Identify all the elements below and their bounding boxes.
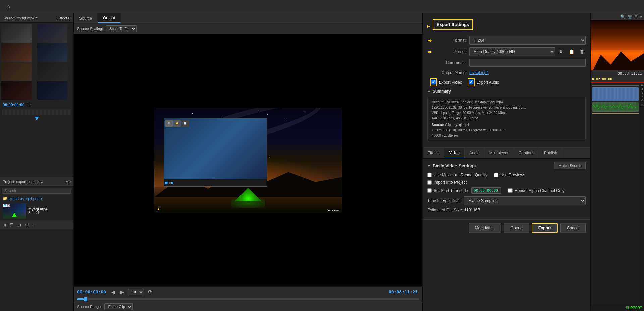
bottom-buttons: Metadata... Queue Export Cancel — [423, 219, 590, 236]
match-source-btn[interactable]: Match Source — [554, 162, 586, 169]
fit-select[interactable]: Fit — [128, 289, 144, 295]
import-into-project-label[interactable]: Import Into Project — [427, 180, 467, 185]
tab-audio[interactable]: Audio — [465, 148, 485, 158]
tab-output[interactable]: Output — [98, 13, 121, 23]
source-summary-row: Source: Clip, mysql.mp4 — [432, 122, 581, 128]
tent — [235, 188, 262, 206]
use-max-quality-text: Use Maximum Render Quality — [434, 173, 487, 177]
project-panel: Project: export as mp4 ≡ Me 📁 export as … — [0, 177, 73, 311]
export-video-highlight — [430, 78, 437, 86]
output-name-link[interactable]: mysql.mp4 — [469, 70, 489, 75]
zoom-tool-btn[interactable]: 🔍 — [620, 14, 625, 19]
progress-thumb[interactable] — [84, 297, 87, 301]
desktop-screen: 🗑 📁 📄 ⊞ — [164, 118, 267, 187]
import-into-project-checkbox[interactable] — [427, 180, 432, 185]
grid-view-btn[interactable]: ⊡ — [16, 222, 22, 228]
timecode-end-display: 00:08:11:21 — [389, 289, 419, 294]
bvs-collapse-icon[interactable]: ▼ — [427, 164, 431, 168]
preset-select[interactable]: High Quality 1080p HD — [469, 47, 555, 56]
stacked-btn[interactable]: ⊞ — [634, 14, 638, 19]
add-item-btn[interactable]: + — [32, 222, 37, 228]
output-detail-3: AAC, 320 kbps, 48 kHz, Stereo — [432, 116, 478, 120]
project-file-item[interactable]: 📁 export as mp4.prproj — [0, 195, 73, 202]
tab-source[interactable]: Source — [74, 13, 98, 23]
far-right-timecode-display: 00:08:11:21 — [618, 71, 642, 76]
tab-multiplexer[interactable]: Multiplexer — [485, 148, 514, 158]
video-track-block[interactable] — [592, 87, 639, 101]
source-range-select[interactable]: Entire Clip — [104, 303, 133, 310]
use-previews-label[interactable]: Use Previews — [494, 173, 525, 177]
clip-item[interactable]: M ■ mysql.mp4 8:11:21 — [0, 202, 73, 220]
export-audio-checkbox-label[interactable]: Export Audio — [468, 78, 499, 86]
render-alpha-label[interactable]: Render Alpha Channel Only — [508, 188, 565, 193]
search-input[interactable] — [2, 188, 71, 194]
export-video-checkbox-label[interactable]: Export Video — [430, 78, 462, 86]
project-panel-header[interactable]: Project: export as mp4 ≡ Me — [0, 177, 73, 186]
source-panel-header[interactable]: Source: mysql.mp4 ≡ Effect C — [0, 13, 73, 23]
timeline-ruler — [592, 85, 639, 86]
format-row: ➡ Format: H.264 — [427, 36, 586, 45]
export-audio-checkbox[interactable] — [469, 80, 473, 84]
media-tab[interactable]: Me — [66, 180, 71, 184]
source-scaling-select[interactable]: Scale To Fit — [106, 25, 137, 32]
far-right-timeline-area: 0 -1 -2 -4 -6 db — [591, 83, 644, 305]
waveform-bar — [2, 109, 71, 115]
use-max-quality-label[interactable]: Use Maximum Render Quality — [427, 173, 487, 177]
export-video-checkbox[interactable] — [431, 80, 436, 84]
time-interpolation-select[interactable]: Frame Sampling — [464, 196, 586, 205]
settings-btn[interactable]: ⚙ — [24, 222, 30, 228]
cancel-btn[interactable]: Cancel — [560, 223, 586, 233]
collapse-arrow[interactable]: ▶ — [427, 24, 433, 28]
metadata-btn[interactable]: Metadata... — [469, 223, 501, 233]
queue-btn[interactable]: Queue — [504, 223, 529, 233]
list-view-btn[interactable]: ☰ — [9, 222, 15, 228]
set-start-timecode-checkbox[interactable] — [427, 188, 432, 193]
progress-fill — [77, 298, 84, 300]
play-btn[interactable]: ▶ — [119, 289, 125, 295]
home-icon[interactable]: ⌂ — [3, 2, 13, 12]
import-preset-btn[interactable]: 📋 — [567, 48, 576, 55]
comments-input[interactable] — [469, 59, 586, 67]
set-start-timecode-label[interactable]: Set Start Timecode — [427, 188, 468, 193]
export-btn[interactable]: Export — [532, 223, 558, 233]
output-detail-2: VBR, 1 pass, Target 20.00 Mbps, Max 24.0… — [432, 111, 506, 115]
start-timecode-input[interactable] — [471, 187, 501, 194]
tab-effects[interactable]: Effects — [423, 148, 444, 158]
source-timecode: 00:00:00:00 — [3, 103, 24, 107]
summary-collapse-icon[interactable]: ▼ — [427, 90, 431, 94]
tab-publish[interactable]: Publish — [539, 148, 562, 158]
effect-tab[interactable]: Effect C — [58, 16, 71, 20]
output-details1: 1920x1080 (1.0), 30 fps, Progressive, So… — [432, 105, 581, 110]
sync-btn[interactable]: ⟳ — [147, 288, 154, 296]
source-details2: 48000 Hz, Stereo — [432, 133, 581, 138]
progress-track[interactable] — [77, 298, 419, 300]
save-preset-btn[interactable]: ⬇ — [558, 48, 565, 55]
source-detail-2: 48000 Hz, Stereo — [432, 134, 458, 137]
set-start-timecode-row: Set Start Timecode Render Alpha Channel … — [427, 187, 586, 194]
audio-track-block[interactable] — [592, 102, 639, 112]
delete-preset-btn[interactable]: 🗑 — [578, 48, 586, 55]
progress-bar-area[interactable] — [74, 297, 422, 302]
use-previews-checkbox[interactable] — [494, 173, 498, 177]
tab-bar: Source Output — [74, 13, 422, 23]
project-panel-title: Project: export as mp4 ≡ — [3, 180, 43, 184]
use-max-quality-checkbox[interactable] — [427, 173, 432, 177]
source-value: Clip, mysql.mp4 — [445, 123, 469, 127]
render-alpha-checkbox[interactable] — [508, 188, 513, 193]
tab-captions[interactable]: Captions — [514, 148, 539, 158]
project-file-name: export as mp4.prproj — [9, 197, 43, 201]
export-header-row: ▶ Export Settings — [427, 17, 586, 36]
estimated-size-value: 1191 MB — [464, 208, 480, 212]
source-detail-1: 1920x1080 (1.0), 30 fps, Progressive, 00… — [432, 128, 506, 132]
tab-video[interactable]: Video — [444, 148, 464, 158]
new-bin-btn[interactable]: ⊞ — [1, 222, 7, 228]
play-back-btn[interactable]: ◀ — [110, 289, 116, 295]
yellow-marker-line — [592, 113, 639, 114]
section-title: Basic Video Settings — [433, 163, 476, 168]
export-video-label: Export Video — [439, 80, 462, 85]
add-btn[interactable]: + — [640, 14, 642, 19]
format-select[interactable]: H.264 — [469, 36, 586, 45]
comments-row: ➡ Comments: — [427, 59, 586, 67]
camera-btn[interactable]: 📷 — [627, 14, 632, 19]
support-label[interactable]: SUPPORT — [591, 305, 644, 311]
